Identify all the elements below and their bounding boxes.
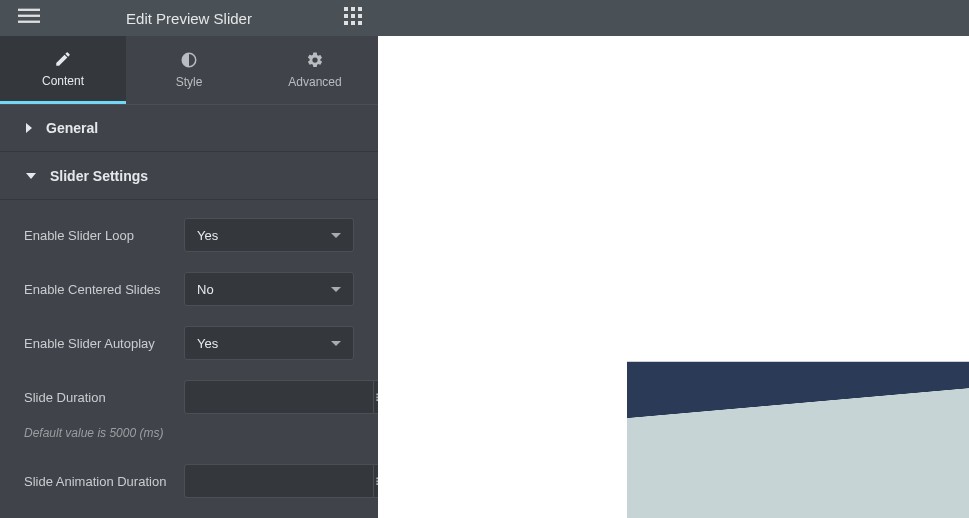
svg-rect-9 (344, 21, 348, 25)
chevron-down-icon (331, 341, 341, 346)
tab-style[interactable]: Style (126, 36, 252, 104)
select-loop[interactable]: Yes (184, 218, 354, 252)
main: Content Style Advanced General Slider Se… (0, 36, 969, 518)
row-autoplay: Enable Slider Autoplay Yes (24, 326, 354, 360)
section-general[interactable]: General (0, 104, 378, 152)
chevron-down-icon (331, 287, 341, 292)
apps-grid-icon[interactable] (344, 7, 362, 29)
label-duration: Slide Duration (24, 390, 184, 405)
input-duration-group (184, 380, 354, 414)
row-centered: Enable Centered Slides No (24, 272, 354, 306)
svg-rect-7 (351, 14, 355, 18)
svg-rect-8 (358, 14, 362, 18)
svg-rect-5 (358, 7, 362, 11)
svg-rect-4 (351, 7, 355, 11)
section-title: Slider Settings (50, 168, 148, 184)
sidebar: Content Style Advanced General Slider Se… (0, 36, 378, 518)
hint-duration: Default value is 5000 (ms) (24, 426, 354, 440)
tab-advanced[interactable]: Advanced (252, 36, 378, 104)
select-autoplay[interactable]: Yes (184, 326, 354, 360)
contrast-icon (180, 51, 198, 69)
select-centered[interactable]: No (184, 272, 354, 306)
caret-right-icon (26, 123, 32, 133)
chevron-down-icon (331, 233, 341, 238)
input-duration[interactable] (184, 380, 373, 414)
tab-label: Advanced (288, 75, 341, 89)
input-anim-duration[interactable] (184, 464, 373, 498)
row-anim-duration: Slide Animation Duration (24, 464, 354, 498)
svg-rect-6 (344, 14, 348, 18)
section-body: Enable Slider Loop Yes Enable Centered S… (0, 200, 378, 518)
section-title: General (46, 120, 98, 136)
tab-content[interactable]: Content (0, 36, 126, 104)
tab-label: Style (176, 75, 203, 89)
select-value: No (197, 282, 214, 297)
pencil-icon (54, 50, 72, 68)
row-loop: Enable Slider Loop Yes (24, 218, 354, 252)
svg-rect-3 (344, 7, 348, 11)
label-autoplay: Enable Slider Autoplay (24, 336, 184, 351)
topbar: Edit Preview Slider (0, 0, 969, 36)
preview-area (378, 36, 969, 518)
select-value: Yes (197, 336, 218, 351)
label-anim-duration: Slide Animation Duration (24, 474, 184, 489)
gear-icon (306, 51, 324, 69)
section-slider-settings[interactable]: Slider Settings (0, 152, 378, 200)
row-duration: Slide Duration (24, 380, 354, 414)
label-centered: Enable Centered Slides (24, 282, 184, 297)
select-value: Yes (197, 228, 218, 243)
caret-down-icon (26, 173, 36, 179)
page-title: Edit Preview Slider (0, 10, 378, 27)
svg-rect-10 (351, 21, 355, 25)
input-anim-duration-group (184, 464, 354, 498)
svg-rect-11 (358, 21, 362, 25)
label-loop: Enable Slider Loop (24, 228, 184, 243)
tabs: Content Style Advanced (0, 36, 378, 104)
tab-label: Content (42, 74, 84, 88)
preview-image (627, 361, 969, 518)
